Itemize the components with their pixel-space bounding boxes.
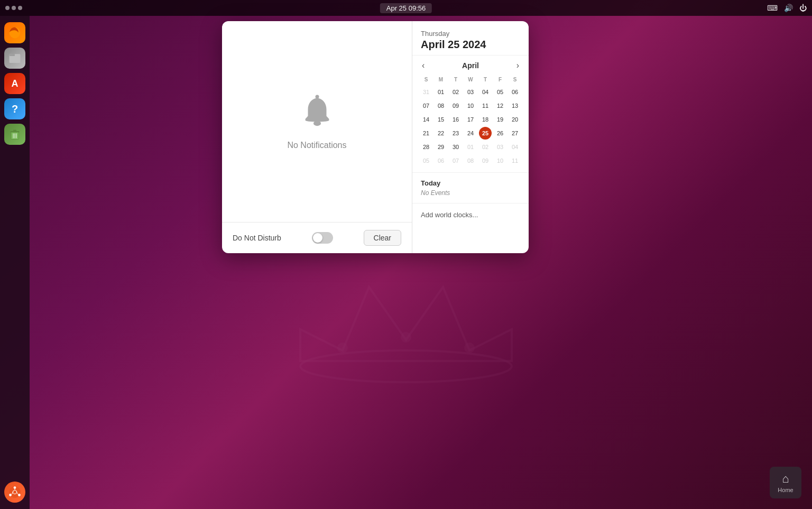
cal-day[interactable]: 06 (509, 86, 521, 98)
cal-dow-t1: T (448, 76, 463, 84)
topbar-center: Apr 25 09:56 (380, 3, 432, 13)
events-today-label: Today (421, 179, 520, 187)
calendar-footer: Add world clocks... (412, 203, 529, 226)
calendar-full-date: April 25 2024 (421, 39, 520, 51)
cal-day[interactable]: 13 (509, 99, 521, 112)
calendar-prev-button[interactable]: ‹ (419, 60, 428, 71)
cal-week-3: 14 15 16 17 18 19 20 (419, 113, 522, 126)
topbar-time[interactable]: Apr 25 09:56 (380, 3, 432, 13)
cal-day[interactable]: 15 (435, 113, 447, 126)
cal-day[interactable]: 07 (449, 154, 462, 167)
power-icon[interactable]: ⏻ (799, 4, 807, 12)
cal-day-today[interactable]: 25 (479, 127, 492, 140)
cal-day[interactable]: 05 (494, 86, 506, 98)
dock-item-ubuntu[interactable] (4, 482, 25, 503)
dock-item-trash[interactable] (4, 124, 25, 145)
topbar-dot-3 (18, 6, 22, 10)
svg-point-23 (315, 95, 319, 99)
clear-button[interactable]: Clear (364, 230, 401, 246)
svg-point-2 (401, 332, 411, 343)
cal-week-4: 21 22 23 24 25 26 27 (419, 127, 522, 140)
cal-day[interactable]: 21 (420, 127, 432, 140)
cal-dow-m: M (433, 76, 448, 84)
calendar-next-button[interactable]: › (513, 60, 522, 71)
no-notifications-text: No Notifications (287, 141, 346, 150)
cal-day[interactable]: 08 (435, 99, 447, 112)
svg-point-22 (313, 121, 321, 126)
notifications-body: No Notifications (222, 21, 412, 222)
cal-day[interactable]: 07 (420, 99, 432, 112)
cal-day[interactable]: 01 (464, 141, 477, 153)
cal-dow-s2: S (508, 76, 522, 84)
dock-item-firefox[interactable] (4, 22, 25, 43)
topbar-right: ⌨ 🔊 ⏻ (767, 4, 807, 12)
home-icon: ⌂ (782, 472, 789, 486)
cal-day[interactable]: 28 (420, 141, 432, 153)
cal-day[interactable]: 08 (464, 154, 477, 167)
cal-day[interactable]: 30 (449, 141, 462, 153)
svg-point-14 (14, 486, 16, 489)
cal-day[interactable]: 12 (494, 99, 506, 112)
dock-item-appstore[interactable]: A (4, 73, 25, 94)
topbar-left (5, 6, 22, 10)
cal-dow-row: S M T W T F S (419, 76, 522, 84)
cal-day[interactable]: 10 (464, 99, 477, 112)
calendar-month-label: April (462, 61, 479, 70)
cal-day[interactable]: 16 (449, 113, 462, 126)
calendar-day-name: Thursday (421, 30, 520, 38)
cal-day[interactable]: 04 (509, 141, 521, 153)
svg-point-3 (464, 343, 475, 353)
home-button[interactable]: ⌂ Home (770, 467, 801, 498)
cal-day[interactable]: 17 (464, 113, 477, 126)
dock-item-help[interactable]: ? (4, 98, 25, 119)
cal-day[interactable]: 14 (420, 113, 432, 126)
dnd-toggle[interactable] (312, 232, 333, 244)
cal-day[interactable]: 20 (509, 113, 521, 126)
popup-container: No Notifications Do Not Disturb Clear Th… (222, 21, 529, 253)
cal-day[interactable]: 01 (435, 86, 447, 98)
topbar-dot-2 (12, 6, 16, 10)
cal-day[interactable]: 26 (494, 127, 506, 140)
cal-day[interactable]: 19 (494, 113, 506, 126)
cal-day[interactable]: 09 (449, 99, 462, 112)
cal-day[interactable]: 03 (494, 141, 506, 153)
svg-point-16 (18, 494, 21, 496)
dnd-label: Do Not Disturb (233, 234, 281, 242)
cal-day[interactable]: 18 (479, 113, 492, 126)
svg-rect-6 (10, 54, 15, 56)
add-world-clocks-button[interactable]: Add world clocks... (421, 211, 478, 219)
cal-dow-w: W (463, 76, 478, 84)
notifications-panel: No Notifications Do Not Disturb Clear (222, 21, 412, 253)
cal-day[interactable]: 04 (479, 86, 492, 98)
cal-day[interactable]: 06 (435, 154, 447, 167)
events-no-events: No Events (421, 189, 520, 197)
cal-day[interactable]: 31 (420, 86, 432, 98)
dnd-toggle-knob (313, 233, 322, 243)
cal-day[interactable]: 22 (435, 127, 447, 140)
topbar: Apr 25 09:56 ⌨ 🔊 ⏻ (0, 0, 812, 16)
cal-day[interactable]: 27 (509, 127, 521, 140)
cal-day[interactable]: 29 (435, 141, 447, 153)
topbar-dots (5, 6, 22, 10)
dock-item-files[interactable] (4, 48, 25, 69)
dock: A ? (0, 16, 30, 509)
svg-point-15 (9, 494, 12, 496)
cal-day[interactable]: 09 (479, 154, 492, 167)
topbar-dot-1 (5, 6, 10, 10)
cal-day[interactable]: 05 (420, 154, 432, 167)
calendar-events-section: Today No Events (412, 172, 529, 203)
cal-week-6: 05 06 07 08 09 10 11 (419, 154, 522, 167)
cal-day[interactable]: 24 (464, 127, 477, 140)
cal-day[interactable]: 11 (479, 99, 492, 112)
network-icon[interactable]: ⌨ (767, 4, 778, 12)
svg-rect-9 (13, 130, 16, 132)
cal-day[interactable]: 10 (494, 154, 506, 167)
cal-day[interactable]: 23 (449, 127, 462, 140)
cal-week-1: 31 01 02 03 04 05 06 (419, 86, 522, 98)
volume-icon[interactable]: 🔊 (784, 4, 793, 12)
svg-point-1 (337, 343, 348, 353)
cal-day[interactable]: 11 (509, 154, 521, 167)
cal-day[interactable]: 02 (449, 86, 462, 98)
cal-day[interactable]: 02 (479, 141, 492, 153)
cal-day[interactable]: 03 (464, 86, 477, 98)
